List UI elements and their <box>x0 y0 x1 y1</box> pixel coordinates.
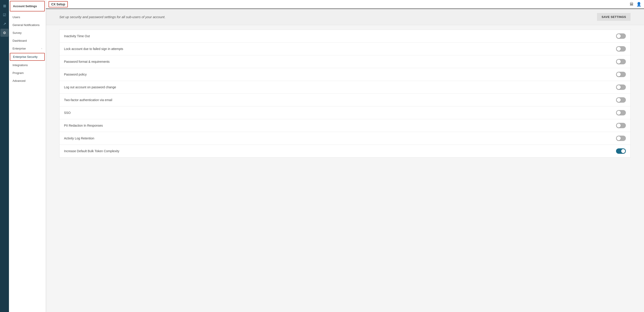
main-content: CX Setup 🏛 👤 Set up security and passwor… <box>46 0 644 312</box>
sidebar-item-users[interactable]: Users <box>9 13 46 21</box>
table-row: PII Redaction In Responses <box>60 119 630 132</box>
settings-list: Inactivity Time Out Lock account due to … <box>59 30 630 158</box>
password-policy-toggle[interactable] <box>616 72 626 77</box>
icon-bar: ⊞ ☑ ↗ ⚙ <box>0 0 9 312</box>
setting-label: Log out account on password change <box>64 85 116 89</box>
pii-redaction-toggle[interactable] <box>616 123 626 128</box>
sidebar-item-enterprise-security-label: Enterprise Security <box>13 55 38 59</box>
save-settings-button[interactable]: SAVE SETTINGS <box>597 13 630 21</box>
sidebar-item-users-label: Users <box>12 16 20 19</box>
sidebar-header-label: Account Settings <box>13 5 37 8</box>
setting-label: Inactivity Time Out <box>64 34 90 38</box>
two-factor-auth-toggle[interactable] <box>616 97 626 103</box>
password-format-toggle[interactable] <box>616 59 626 64</box>
sidebar-item-survey-label: Survey <box>12 31 22 35</box>
sidebar: Account Settings Users General Notificat… <box>9 0 46 312</box>
lock-account-toggle[interactable] <box>616 46 626 52</box>
setting-label: Password format & requirements <box>64 60 110 63</box>
activity-log-retention-toggle[interactable] <box>616 136 626 141</box>
top-bar: CX Setup 🏛 👤 <box>46 0 644 9</box>
table-row: SSO <box>60 106 630 119</box>
sidebar-item-dashboard[interactable]: Dashboard <box>9 37 46 45</box>
sidebar-item-integrations-label: Integrations <box>12 63 28 67</box>
app-title: CX Setup <box>48 1 68 8</box>
share-icon[interactable]: ↗ <box>0 20 8 28</box>
sidebar-nav: Users General Notifications Survey Dashb… <box>9 12 46 86</box>
sidebar-item-program-label: Program <box>12 71 24 75</box>
top-bar-right: 🏛 👤 <box>630 2 641 7</box>
sidebar-item-general-notifications[interactable]: General Notifications <box>9 21 46 29</box>
page-description: Set up security and password settings fo… <box>59 15 165 19</box>
tasks-icon[interactable]: ☑ <box>0 11 8 19</box>
setting-label: Increase Default Bulk Token Complexity <box>64 149 119 153</box>
bulk-token-complexity-toggle[interactable] <box>616 148 626 154</box>
sidebar-item-program[interactable]: Program <box>9 69 46 77</box>
setting-label: Activity Log Retention <box>64 136 94 140</box>
chevron-right-icon: › <box>42 47 42 50</box>
user-profile-icon[interactable]: 👤 <box>636 2 641 7</box>
sidebar-item-survey[interactable]: Survey <box>9 29 46 37</box>
sidebar-item-enterprise-security[interactable]: Enterprise Security <box>10 53 45 61</box>
sidebar-item-enterprise[interactable]: Enterprise › <box>9 45 46 52</box>
table-row: Inactivity Time Out <box>60 30 630 43</box>
table-row: Lock account due to failed sign in attem… <box>60 43 630 55</box>
sidebar-item-general-notifications-label: General Notifications <box>12 23 40 27</box>
logout-password-change-toggle[interactable] <box>616 84 626 90</box>
setting-label: Password policy <box>64 73 86 76</box>
monument-icon[interactable]: 🏛 <box>630 2 634 7</box>
grid-icon[interactable]: ⊞ <box>0 2 8 10</box>
table-row: Log out account on password change <box>60 81 630 94</box>
table-row: Increase Default Bulk Token Complexity <box>60 145 630 157</box>
sidebar-item-advanced[interactable]: Advanced <box>9 77 46 85</box>
table-row: Two-factor authentication via email <box>60 94 630 106</box>
sso-toggle[interactable] <box>616 110 626 115</box>
table-row: Activity Log Retention <box>60 132 630 145</box>
content-area: Inactivity Time Out Lock account due to … <box>46 25 644 312</box>
setting-label: SSO <box>64 111 71 114</box>
settings-icon[interactable]: ⚙ <box>0 29 8 37</box>
setting-label: Two-factor authentication via email <box>64 98 112 102</box>
page-header: Set up security and password settings fo… <box>46 9 644 25</box>
table-row: Password format & requirements <box>60 55 630 68</box>
inactivity-timeout-toggle[interactable] <box>616 33 626 39</box>
sidebar-header: Account Settings <box>10 1 45 12</box>
sidebar-item-integrations[interactable]: Integrations <box>9 61 46 69</box>
setting-label: Lock account due to failed sign in attem… <box>64 47 123 51</box>
sidebar-item-enterprise-label: Enterprise <box>12 47 26 50</box>
setting-label: PII Redaction In Responses <box>64 124 103 127</box>
sidebar-item-advanced-label: Advanced <box>12 79 26 82</box>
table-row: Password policy <box>60 68 630 81</box>
sidebar-item-dashboard-label: Dashboard <box>12 39 27 42</box>
